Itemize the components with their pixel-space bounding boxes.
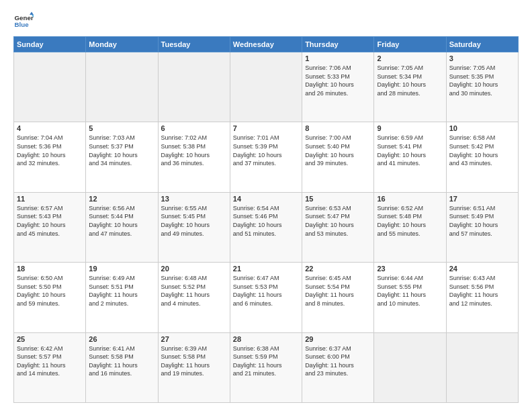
day-info: Sunrise: 7:06 AM Sunset: 5:33 PM Dayligh… [305,64,371,97]
calendar-cell: 18Sunrise: 6:50 AM Sunset: 5:50 PM Dayli… [14,263,86,332]
day-number: 24 [449,265,515,273]
calendar-cell [230,52,302,122]
day-number: 23 [377,265,443,273]
day-number: 2 [377,54,443,62]
day-number: 13 [161,195,227,203]
calendar-cell: 23Sunrise: 6:44 AM Sunset: 5:55 PM Dayli… [374,263,446,332]
svg-text:General: General [15,14,34,21]
calendar-cell: 8Sunrise: 7:00 AM Sunset: 5:40 PM Daylig… [302,122,374,192]
calendar-cell: 16Sunrise: 6:52 AM Sunset: 5:48 PM Dayli… [374,192,446,262]
day-number: 14 [233,195,299,203]
svg-text:Blue: Blue [15,21,30,28]
calendar-week-4: 25Sunrise: 6:42 AM Sunset: 5:57 PM Dayli… [14,332,519,402]
day-info: Sunrise: 7:05 AM Sunset: 5:34 PM Dayligh… [377,64,443,97]
calendar-week-1: 4Sunrise: 7:04 AM Sunset: 5:36 PM Daylig… [14,122,519,192]
day-number: 12 [89,195,154,203]
weekday-header-thursday: Thursday [302,37,374,52]
calendar-header-row: SundayMondayTuesdayWednesdayThursdayFrid… [14,37,519,52]
day-number: 11 [17,195,83,203]
calendar-cell: 26Sunrise: 6:41 AM Sunset: 5:58 PM Dayli… [86,332,158,402]
calendar-cell: 4Sunrise: 7:04 AM Sunset: 5:36 PM Daylig… [14,122,86,192]
calendar-cell: 7Sunrise: 7:01 AM Sunset: 5:39 PM Daylig… [230,122,302,192]
day-info: Sunrise: 7:05 AM Sunset: 5:35 PM Dayligh… [449,64,515,97]
weekday-header-friday: Friday [374,37,446,52]
day-number: 25 [17,335,83,343]
day-info: Sunrise: 7:02 AM Sunset: 5:38 PM Dayligh… [161,134,227,167]
day-number: 21 [233,265,299,273]
day-info: Sunrise: 6:37 AM Sunset: 6:00 PM Dayligh… [305,345,371,378]
calendar-cell [14,52,86,122]
day-number: 28 [233,335,299,343]
day-info: Sunrise: 6:39 AM Sunset: 5:58 PM Dayligh… [161,345,227,378]
calendar-cell: 3Sunrise: 7:05 AM Sunset: 5:35 PM Daylig… [446,52,518,122]
calendar-cell: 25Sunrise: 6:42 AM Sunset: 5:57 PM Dayli… [14,332,86,402]
calendar-cell [374,332,446,402]
day-info: Sunrise: 6:42 AM Sunset: 5:57 PM Dayligh… [17,345,83,378]
day-number: 4 [17,124,83,132]
day-number: 16 [377,195,443,203]
day-info: Sunrise: 6:57 AM Sunset: 5:43 PM Dayligh… [17,204,83,238]
day-info: Sunrise: 7:03 AM Sunset: 5:37 PM Dayligh… [89,134,154,167]
day-number: 26 [89,335,154,343]
calendar-cell [446,332,518,402]
day-info: Sunrise: 7:01 AM Sunset: 5:39 PM Dayligh… [233,134,299,167]
weekday-header-sunday: Sunday [14,37,86,52]
day-number: 29 [305,335,371,343]
calendar-cell: 17Sunrise: 6:51 AM Sunset: 5:49 PM Dayli… [446,192,518,262]
day-info: Sunrise: 6:48 AM Sunset: 5:52 PM Dayligh… [161,274,227,308]
calendar-cell: 5Sunrise: 7:03 AM Sunset: 5:37 PM Daylig… [86,122,158,192]
calendar-cell [158,52,230,122]
calendar-cell: 28Sunrise: 6:38 AM Sunset: 5:59 PM Dayli… [230,332,302,402]
calendar-cell: 13Sunrise: 6:55 AM Sunset: 5:45 PM Dayli… [158,192,230,262]
calendar-cell: 24Sunrise: 6:43 AM Sunset: 5:56 PM Dayli… [446,263,518,332]
calendar-cell: 29Sunrise: 6:37 AM Sunset: 6:00 PM Dayli… [302,332,374,402]
calendar-cell: 2Sunrise: 7:05 AM Sunset: 5:34 PM Daylig… [374,52,446,122]
logo: General Blue [13,11,34,31]
day-info: Sunrise: 6:59 AM Sunset: 5:41 PM Dayligh… [377,134,443,167]
calendar-week-3: 18Sunrise: 6:50 AM Sunset: 5:50 PM Dayli… [14,263,519,332]
logo-icon: General Blue [13,11,34,31]
calendar-cell: 6Sunrise: 7:02 AM Sunset: 5:38 PM Daylig… [158,122,230,192]
svg-marker-2 [30,12,34,15]
calendar-cell: 27Sunrise: 6:39 AM Sunset: 5:58 PM Dayli… [158,332,230,402]
day-info: Sunrise: 7:04 AM Sunset: 5:36 PM Dayligh… [17,134,83,167]
calendar-cell: 22Sunrise: 6:45 AM Sunset: 5:54 PM Dayli… [302,263,374,332]
calendar-week-0: 1Sunrise: 7:06 AM Sunset: 5:33 PM Daylig… [14,52,519,122]
day-number: 22 [305,265,371,273]
day-info: Sunrise: 6:55 AM Sunset: 5:45 PM Dayligh… [161,204,227,238]
day-info: Sunrise: 6:49 AM Sunset: 5:51 PM Dayligh… [89,274,154,308]
day-number: 27 [161,335,227,343]
calendar-cell [86,52,158,122]
weekday-header-monday: Monday [86,37,158,52]
day-info: Sunrise: 6:53 AM Sunset: 5:47 PM Dayligh… [305,204,371,238]
calendar-cell: 20Sunrise: 6:48 AM Sunset: 5:52 PM Dayli… [158,263,230,332]
day-info: Sunrise: 6:44 AM Sunset: 5:55 PM Dayligh… [377,274,443,308]
day-info: Sunrise: 6:56 AM Sunset: 5:44 PM Dayligh… [89,204,154,238]
calendar-cell: 10Sunrise: 6:58 AM Sunset: 5:42 PM Dayli… [446,122,518,192]
weekday-header-tuesday: Tuesday [158,37,230,52]
day-number: 3 [449,54,515,62]
calendar-cell: 1Sunrise: 7:06 AM Sunset: 5:33 PM Daylig… [302,52,374,122]
day-number: 7 [233,124,299,132]
page: General Blue SundayMondayTuesdayWednesda… [0,0,532,411]
header: General Blue [13,11,519,31]
day-info: Sunrise: 6:50 AM Sunset: 5:50 PM Dayligh… [17,274,83,308]
day-number: 19 [89,265,154,273]
day-info: Sunrise: 6:51 AM Sunset: 5:49 PM Dayligh… [449,204,515,238]
day-info: Sunrise: 6:58 AM Sunset: 5:42 PM Dayligh… [449,134,515,167]
day-info: Sunrise: 6:52 AM Sunset: 5:48 PM Dayligh… [377,204,443,238]
day-info: Sunrise: 7:00 AM Sunset: 5:40 PM Dayligh… [305,134,371,167]
calendar-week-2: 11Sunrise: 6:57 AM Sunset: 5:43 PM Dayli… [14,192,519,262]
day-info: Sunrise: 6:45 AM Sunset: 5:54 PM Dayligh… [305,274,371,308]
day-number: 20 [161,265,227,273]
day-number: 8 [305,124,371,132]
calendar-cell: 12Sunrise: 6:56 AM Sunset: 5:44 PM Dayli… [86,192,158,262]
day-info: Sunrise: 6:38 AM Sunset: 5:59 PM Dayligh… [233,345,299,378]
day-number: 10 [449,124,515,132]
calendar-cell: 15Sunrise: 6:53 AM Sunset: 5:47 PM Dayli… [302,192,374,262]
day-number: 15 [305,195,371,203]
day-info: Sunrise: 6:47 AM Sunset: 5:53 PM Dayligh… [233,274,299,308]
day-number: 5 [89,124,154,132]
day-number: 1 [305,54,371,62]
day-info: Sunrise: 6:43 AM Sunset: 5:56 PM Dayligh… [449,274,515,308]
